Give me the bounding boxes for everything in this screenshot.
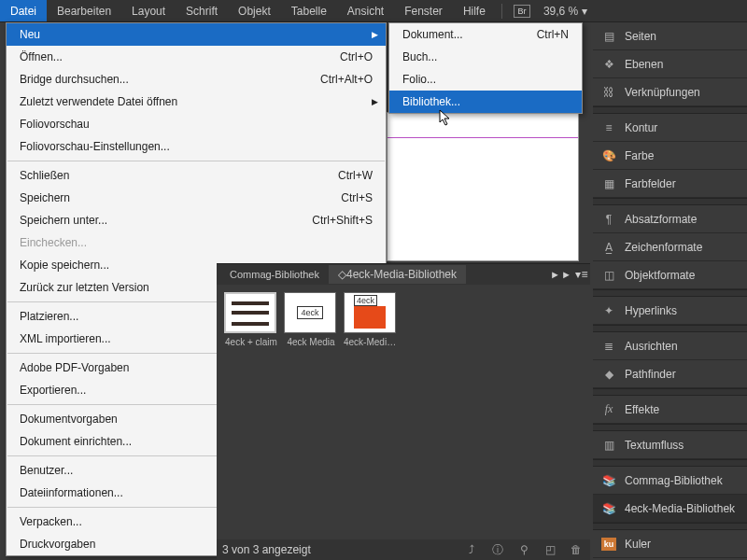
char-icon: A̲ [600, 240, 617, 255]
panel-menu-icon[interactable]: ▾≡ [573, 268, 590, 281]
library-tabs: Commag-Bibliothek ◇4eck-Media-Bibliothek… [217, 264, 590, 285]
menu-item-label: Folio... [402, 73, 569, 86]
menu-shortcut: Ctrl+S [341, 191, 373, 204]
file-menu-item[interactable]: SchließenCtrl+W [7, 164, 386, 187]
panel-item-path[interactable]: ◆Pathfinder [593, 360, 747, 388]
library-item-2[interactable]: 4eck 4eck Media [284, 292, 338, 347]
menu-separator [7, 161, 385, 161]
library-info-icon[interactable]: ⓘ [489, 542, 506, 558]
panel-item-links[interactable]: ⛓Verknüpfungen [593, 78, 747, 106]
new-submenu-item[interactable]: Buch... [389, 46, 582, 68]
panel-item-fx[interactable]: fxEffekte [593, 396, 747, 424]
obj-icon: ◫ [600, 268, 617, 283]
menu-shortcut: Ctrl+W [338, 169, 373, 182]
library-search-icon[interactable]: ⚲ [515, 543, 532, 556]
panel-label: Verknüpfungen [625, 86, 700, 99]
panel-item-lib[interactable]: 📚4eck-Media-Bibliothek [593, 495, 747, 523]
panel-item-swatches[interactable]: ▦Farbfelder [593, 170, 747, 198]
panel-item-align[interactable]: ≣Ausrichten [593, 332, 747, 360]
menu-item-label: Foliovorschau-Einstellungen... [20, 140, 373, 153]
menu-hilfe[interactable]: Hilfe [453, 0, 496, 21]
panel-label: Ausrichten [625, 340, 678, 353]
menu-ansicht[interactable]: Ansicht [337, 0, 394, 21]
links-icon: ⛓ [600, 85, 617, 100]
panel-item-ku[interactable]: kuKuler [593, 530, 747, 558]
file-menu-item[interactable]: Foliovorschau [7, 113, 386, 135]
document-canvas[interactable] [387, 112, 579, 261]
file-menu-item[interactable]: SpeichernCtrl+S [7, 187, 386, 209]
panel-group-separator [593, 459, 747, 467]
library-item-caption: 4eck-Media... [344, 337, 398, 347]
panel-item-lib[interactable]: 📚Commag-Bibliothek [593, 467, 747, 495]
panel-label: Commag-Bibliothek [625, 474, 723, 487]
menu-item-label: Zuletzt verwendete Datei öffnen [20, 95, 373, 108]
panel-group-separator [593, 523, 747, 530]
menu-item-label: Speichern [20, 191, 341, 204]
library-tab-commag[interactable]: Commag-Bibliothek [220, 266, 329, 283]
panel-group-separator [593, 325, 747, 332]
panel-label: Farbe [625, 149, 654, 162]
panel-label: Zeichenformate [625, 241, 702, 254]
chevron-down-icon: ▾ [582, 5, 587, 18]
file-menu-item[interactable]: Speichern unter...Ctrl+Shift+S [7, 209, 386, 231]
file-menu-item[interactable]: Foliovorschau-Einstellungen... [7, 135, 386, 158]
panel-label: Ebenen [625, 58, 663, 71]
menu-item-label: Foliovorschau [20, 118, 373, 131]
menu-fenster[interactable]: Fenster [394, 0, 453, 21]
panel-item-color[interactable]: 🎨Farbe [593, 142, 747, 170]
ku-icon: ku [600, 537, 617, 552]
fx-icon: fx [600, 402, 617, 417]
new-submenu-item[interactable]: Folio... [389, 68, 582, 91]
menubar-separator [501, 4, 502, 19]
submenu-arrow-icon: ▶ [372, 97, 378, 106]
pages-icon: ▤ [600, 29, 617, 44]
file-menu-item: Einchecken... [7, 231, 386, 254]
stroke-icon: ≡ [600, 120, 617, 135]
library-delete-icon[interactable]: 🗑 [568, 543, 585, 556]
panel-item-pages[interactable]: ▤Seiten [593, 22, 747, 50]
submenu-arrow-icon: ▶ [372, 30, 378, 39]
new-submenu: Dokument...Ctrl+NBuch...Folio...Biblioth… [388, 22, 583, 114]
panel-group-separator [593, 388, 747, 396]
new-submenu-item[interactable]: Bibliothek... [389, 91, 582, 113]
collapse-panel-icon[interactable]: ►► [549, 269, 573, 280]
panel-group-separator [593, 424, 747, 431]
menu-objekt[interactable]: Objekt [228, 0, 281, 21]
panel-item-hyper[interactable]: ✦Hyperlinks [593, 297, 747, 325]
bridge-badge-icon[interactable]: Br [514, 5, 530, 18]
wrap-icon: ▥ [600, 438, 617, 453]
menu-datei[interactable]: Datei [0, 0, 47, 21]
file-menu-item[interactable]: Öffnen...Ctrl+O [7, 46, 386, 68]
library-panel: Commag-Bibliothek ◇4eck-Media-Bibliothek… [217, 263, 590, 560]
panel-item-stroke[interactable]: ≡Kontur [593, 114, 747, 142]
panel-item-obj[interactable]: ◫Objektformate [593, 261, 747, 289]
panel-label: Kuler [625, 538, 651, 551]
library-item-3[interactable]: 4eck 4eck-Media... [344, 292, 398, 347]
menu-item-label: Einchecken... [20, 236, 373, 249]
file-menu-item[interactable]: Neu▶ [7, 23, 386, 46]
library-nav-up-icon[interactable]: ⤴ [463, 543, 480, 556]
library-new-icon[interactable]: ◰ [542, 543, 558, 556]
menu-item-label: Buch... [402, 50, 569, 63]
color-icon: 🎨 [600, 148, 617, 163]
new-submenu-item[interactable]: Dokument...Ctrl+N [389, 23, 582, 46]
library-body: 4eck + claim 4eck 4eck Media 4eck 4eck-M… [217, 285, 590, 355]
menu-tabelle[interactable]: Tabelle [281, 0, 337, 21]
swatches-icon: ▦ [600, 176, 617, 191]
panel-label: Kontur [625, 121, 657, 134]
panel-item-wrap[interactable]: ▥Textumfluss [593, 431, 747, 459]
file-menu-item[interactable]: Bridge durchsuchen...Ctrl+Alt+O [7, 68, 386, 91]
menu-schrift[interactable]: Schrift [176, 0, 228, 21]
panel-item-layers[interactable]: ❖Ebenen [593, 50, 747, 78]
file-menu-item[interactable]: Zuletzt verwendete Datei öffnen▶ [7, 91, 386, 113]
library-item-1[interactable]: 4eck + claim [224, 292, 278, 347]
sort-icon: ◇ [338, 268, 346, 281]
panel-item-char[interactable]: A̲Zeichenformate [593, 233, 747, 261]
menu-bearbeiten[interactable]: Bearbeiten [47, 0, 121, 21]
panel-label: Hyperlinks [625, 304, 677, 317]
menu-item-label: Schließen [20, 169, 338, 182]
library-tab-4eck[interactable]: ◇4eck-Media-Bibliothek [329, 265, 466, 284]
zoom-level[interactable]: 39,6 % ▾ [543, 5, 587, 18]
panel-item-para[interactable]: ¶Absatzformate [593, 205, 747, 233]
menu-layout[interactable]: Layout [121, 0, 176, 21]
